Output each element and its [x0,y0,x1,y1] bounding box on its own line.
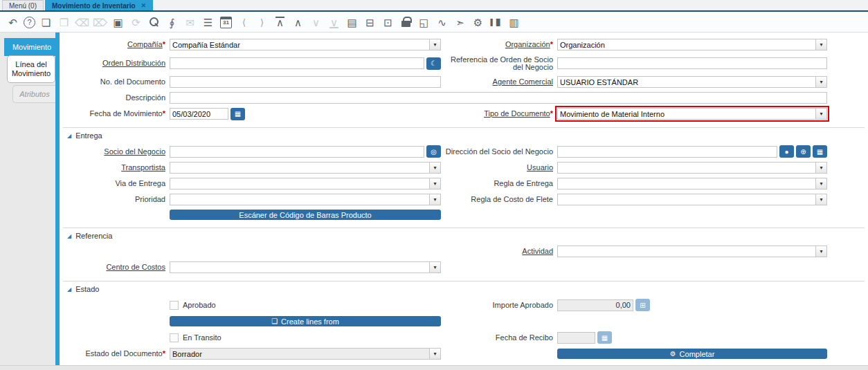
estado-documento-select[interactable]: Borrador ▾ [170,348,441,360]
first-record-icon[interactable]: ∧ [273,15,287,30]
find-icon[interactable] [147,15,161,30]
chevron-down-icon[interactable]: ▾ [429,349,440,359]
archive-icon[interactable]: ⊟ [363,15,377,30]
escaner-barcode-button[interactable]: Escáner de Código de Barras Producto [170,210,441,220]
completar-button[interactable]: ⚙ Completar [557,349,827,359]
section-entrega[interactable]: ◢ Entrega [63,127,865,142]
workflow-icon[interactable]: ∿ [435,15,449,30]
chevron-down-icon[interactable]: ▾ [429,194,440,205]
direccion-globe-button[interactable]: ⊕ [796,145,811,158]
preferences-icon[interactable]: ⚙ [471,15,485,30]
regla-entrega-select[interactable]: ▾ [557,178,827,189]
report-icon[interactable]: ▤ [345,15,359,30]
actividad-select[interactable]: ▾ [557,246,827,257]
undo-icon[interactable]: ↶ [6,15,20,30]
organizacion-label[interactable]: Organización [505,40,550,48]
grid-toggle-icon[interactable]: ☰ [201,15,215,30]
regla-entrega-label: Regla de Entrega [494,179,553,187]
status-bar [0,365,868,370]
socio-negocio-label[interactable]: Socio del Negocio [104,147,165,156]
agente-comercial-select[interactable]: USUARIO ESTÁNDAR ▾ [557,76,827,88]
chevron-down-icon[interactable]: ▾ [815,109,826,119]
report-document-icon[interactable]: ▥ [507,15,521,30]
usuario-label[interactable]: Usuario [527,163,553,172]
chevron-down-icon[interactable]: ▾ [815,163,826,173]
socio-negocio-field[interactable] [170,146,424,158]
close-icon[interactable]: ✕ [141,2,147,9]
zoom-across-icon[interactable]: ◱ [417,15,431,30]
chat-icon[interactable]: ✉ [183,15,197,30]
section-entrega-title: Entrega [75,131,102,140]
sidebar-item-linea-del-movimiento[interactable]: Línea del Movimiento [7,55,55,83]
next-record-icon[interactable]: ⟩ [255,15,269,30]
tab-movimiento-inventario[interactable]: Movimiento de Inventario ✕ [45,0,153,10]
lock-icon[interactable] [399,15,413,30]
send-request-icon[interactable]: ➣ [453,15,467,30]
direccion-socio-field[interactable] [557,146,777,158]
fecha-movimiento-calendar-button[interactable]: ▦ [230,108,245,120]
new-record-icon[interactable]: ❏ [39,15,53,30]
delete-record-icon[interactable]: ⌫ [75,15,89,30]
tipo-documento-select[interactable]: Movimiento de Material Interno ▾ [557,108,827,120]
aprobado-checkbox[interactable] [170,301,179,310]
prioridad-label: Prioridad [135,195,165,203]
fecha-movimiento-field[interactable]: 05/03/2020 [170,108,228,120]
detail-record-icon[interactable]: ∨ [309,15,323,30]
delete-selection-icon[interactable]: ⌦ [93,15,107,30]
last-record-icon[interactable]: ∨ [327,15,341,30]
descripcion-field[interactable] [170,92,827,104]
direccion-map-button[interactable]: ▦ [813,145,827,158]
centro-costos-select[interactable]: ▾ [170,261,441,273]
refresh-icon[interactable]: ⟳ [129,15,143,30]
centro-costos-label[interactable]: Centro de Costos [106,263,165,271]
attachment-icon[interactable]: ∮ [165,15,179,30]
tab-menu[interactable]: Menú (0) [2,0,44,10]
sidebar-item-movimiento[interactable]: Movimiento [4,38,60,56]
print-icon[interactable]: ⊡ [381,15,395,30]
socio-info-button[interactable]: ◎ [426,145,441,158]
chevron-down-icon[interactable]: ▾ [429,39,440,50]
copy-record-icon[interactable]: ❐ [57,15,71,30]
barcode-icon[interactable]: ▌▐▌ [489,15,503,30]
no-documento-field[interactable] [170,76,441,88]
descripcion-label: Descripción [126,93,165,102]
chevron-down-icon[interactable]: ▾ [429,178,440,189]
chevron-down-icon[interactable]: ▾ [815,194,826,205]
direccion-location-button[interactable]: ● [779,145,794,158]
chevron-down-icon[interactable]: ▾ [815,77,826,87]
create-lines-from-button[interactable]: ❏ Create lines from [170,316,441,326]
transportista-label[interactable]: Transportista [121,163,165,172]
orden-distribucion-label[interactable]: Orden Distribución [102,59,165,67]
prioridad-select[interactable]: ▾ [170,194,441,205]
compania-label[interactable]: Compañía [127,40,163,48]
chevron-down-icon[interactable]: ▾ [815,178,826,189]
tipo-documento-label[interactable]: Tipo de Documento [484,109,550,118]
orden-distribucion-field[interactable] [170,57,424,69]
row-actividad: Actividad ▾ [60,243,868,259]
agente-comercial-label[interactable]: Agente Comercial [493,77,553,86]
chevron-down-icon[interactable]: ▾ [429,262,440,272]
save-icon[interactable]: ▣ [111,15,125,30]
parent-record-icon[interactable]: ∧ [291,15,305,30]
usuario-select[interactable]: ▾ [557,162,827,174]
compania-select[interactable]: Compañía Estándar ▾ [170,39,441,50]
help-icon[interactable]: ? [24,17,35,28]
importe-calculator-button[interactable]: ⊞ [635,299,650,311]
chevron-down-icon[interactable]: ▾ [815,39,826,50]
fecha-recibo-calendar-button[interactable]: ▦ [597,331,612,344]
actividad-label[interactable]: Actividad [522,247,553,255]
chevron-down-icon[interactable]: ▾ [815,246,826,257]
regla-costo-flete-select[interactable]: ▾ [557,194,827,205]
record-search-button[interactable]: ☾ [426,57,441,70]
chevron-down-icon[interactable]: ▾ [429,163,440,173]
organizacion-select[interactable]: Organización ▾ [557,39,827,50]
en-transito-checkbox[interactable] [170,333,179,342]
section-referencia[interactable]: ◢ Referencia [63,228,865,242]
referencia-orden-field[interactable] [557,57,827,69]
transportista-select[interactable]: ▾ [170,162,441,174]
previous-record-icon[interactable]: ⟨ [237,15,251,30]
row-socio-direccion: Socio del Negocio ◎ Dirección del Socio … [60,143,868,160]
calendar-icon[interactable]: 31 [219,15,233,30]
via-entrega-select[interactable]: ▾ [170,178,441,189]
section-estado[interactable]: ◢ Estado [63,281,865,295]
